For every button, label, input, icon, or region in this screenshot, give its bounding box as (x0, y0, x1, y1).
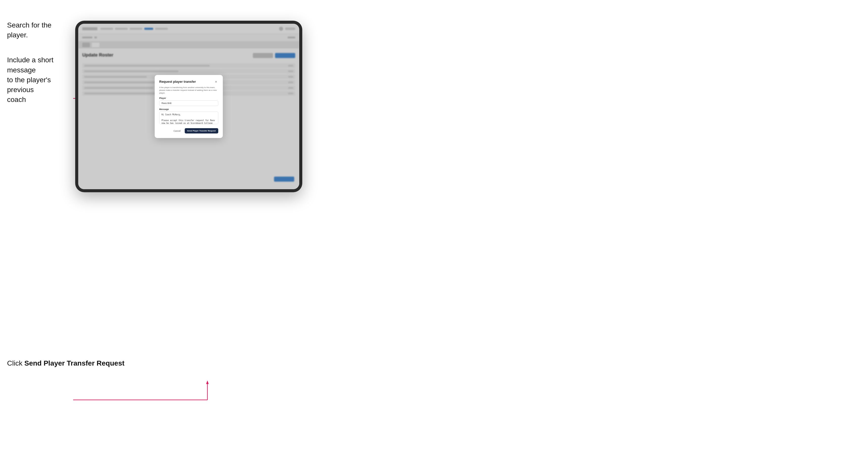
tablet-screen: Update Roster (78, 24, 299, 189)
modal-overlay: Request player transfer × If the player … (78, 24, 299, 189)
modal-footer: Cancel Send Player Transfer Request (159, 128, 218, 133)
message-textarea[interactable]: Hi Coach McHarg, Please accept this tran… (159, 112, 218, 124)
annotation-step3: Click Send Player Transfer Request (7, 358, 124, 368)
modal-title: Request player transfer (159, 80, 196, 84)
svg-marker-4 (206, 380, 209, 384)
annotation-step2: Include a short message to the player's … (7, 55, 73, 104)
annotation-step1: Search for the player. (7, 20, 73, 40)
tablet-device: Update Roster (75, 21, 302, 192)
modal-header: Request player transfer × (159, 80, 218, 84)
modal-description: If the player is transferring from anoth… (159, 86, 218, 95)
modal-close-button[interactable]: × (214, 80, 218, 84)
request-transfer-modal: Request player transfer × If the player … (155, 75, 223, 138)
player-search-input[interactable] (159, 100, 218, 106)
send-transfer-request-button[interactable]: Send Player Transfer Request (185, 128, 218, 133)
player-field-label: Player (159, 97, 218, 99)
message-field-label: Message (159, 108, 218, 111)
cancel-button[interactable]: Cancel (172, 128, 183, 133)
